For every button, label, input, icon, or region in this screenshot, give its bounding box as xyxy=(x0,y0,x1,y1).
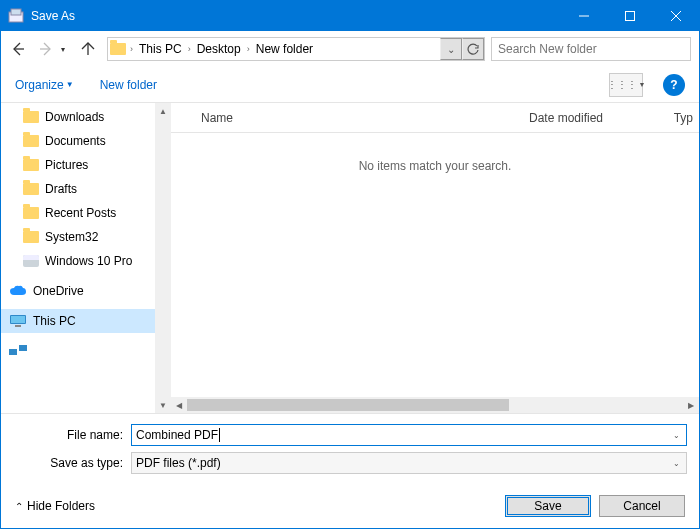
file-fields: File name: Combined PDF⌄ Save as type: P… xyxy=(1,414,699,484)
breadcrumb-new-folder[interactable]: New folder xyxy=(252,38,317,60)
filename-input[interactable]: Combined PDF⌄ xyxy=(131,424,687,446)
tree-item-network[interactable] xyxy=(1,339,171,363)
address-dropdown[interactable]: ⌄ xyxy=(440,38,462,60)
address-bar[interactable]: › This PC › Desktop › New folder ⌄ xyxy=(107,37,485,61)
network-icon xyxy=(9,345,27,357)
chevron-right-icon[interactable]: › xyxy=(245,44,252,54)
save-button[interactable]: Save xyxy=(505,495,591,517)
folder-icon xyxy=(23,207,39,219)
column-name[interactable]: Name xyxy=(201,111,529,125)
folder-icon xyxy=(108,43,128,55)
save-as-dialog: Save As ▾ › This PC › Desktop › New fold… xyxy=(0,0,700,529)
title-bar: Save As xyxy=(1,1,699,31)
maximize-button[interactable] xyxy=(607,1,653,31)
organize-menu[interactable]: Organize ▼ xyxy=(15,78,74,92)
chevron-right-icon[interactable]: › xyxy=(186,44,193,54)
breadcrumb-this-pc[interactable]: This PC xyxy=(135,38,186,60)
file-list-pane: Name Date modified Typ No items match yo… xyxy=(171,103,699,413)
tree-scrollbar[interactable]: ▲ ▼ xyxy=(155,103,171,413)
tree-item-windows10pro[interactable]: Windows 10 Pro xyxy=(1,249,171,273)
content-h-scrollbar[interactable]: ◀ ▶ xyxy=(171,397,699,413)
up-button[interactable] xyxy=(75,36,101,62)
filename-label: File name: xyxy=(13,428,131,442)
folder-icon xyxy=(23,111,39,123)
this-pc-icon xyxy=(9,314,27,328)
hide-folders-toggle[interactable]: ⌃ Hide Folders xyxy=(15,499,95,513)
folder-icon xyxy=(23,159,39,171)
help-button[interactable]: ? xyxy=(663,74,685,96)
svg-rect-12 xyxy=(9,349,17,355)
dialog-footer: ⌃ Hide Folders Save Cancel xyxy=(1,484,699,528)
tree-item-drafts[interactable]: Drafts xyxy=(1,177,171,201)
app-icon xyxy=(7,7,25,25)
folder-icon xyxy=(23,135,39,147)
tree-item-downloads[interactable]: Downloads⚲ xyxy=(1,105,171,129)
back-button[interactable] xyxy=(5,36,31,62)
new-folder-button[interactable]: New folder xyxy=(100,78,157,92)
scroll-left-icon[interactable]: ◀ xyxy=(171,397,187,413)
folder-icon xyxy=(23,231,39,243)
forward-button xyxy=(33,36,59,62)
title-text: Save As xyxy=(31,9,561,23)
minimize-button[interactable] xyxy=(561,1,607,31)
close-button[interactable] xyxy=(653,1,699,31)
chevron-down-icon[interactable]: ⌄ xyxy=(673,459,680,468)
search-placeholder: Search New folder xyxy=(498,42,597,56)
cancel-button[interactable]: Cancel xyxy=(599,495,685,517)
tree-item-recent-posts[interactable]: Recent Posts xyxy=(1,201,171,225)
column-headers: Name Date modified Typ xyxy=(171,103,699,133)
saveastype-label: Save as type: xyxy=(13,456,131,470)
breadcrumb-desktop[interactable]: Desktop xyxy=(193,38,245,60)
empty-message: No items match your search. xyxy=(171,133,699,173)
view-options-button[interactable]: ⋮⋮⋮ ▼ xyxy=(609,73,643,97)
cloud-icon xyxy=(9,285,27,297)
tree-item-pictures[interactable]: Pictures⚲ xyxy=(1,153,171,177)
svg-rect-11 xyxy=(15,325,21,327)
command-bar: Organize ▼ New folder ⋮⋮⋮ ▼ ? xyxy=(1,67,699,103)
scrollbar-thumb[interactable] xyxy=(187,399,509,411)
column-type[interactable]: Typ xyxy=(659,111,699,125)
column-date-modified[interactable]: Date modified xyxy=(529,111,659,125)
chevron-down-icon[interactable]: ⌄ xyxy=(673,431,680,440)
svg-rect-1 xyxy=(11,9,21,15)
dialog-body: Downloads⚲ Documents⚲ Pictures⚲ Drafts R… xyxy=(1,103,699,414)
nav-bar: ▾ › This PC › Desktop › New folder ⌄ Sea… xyxy=(1,31,699,67)
scroll-down-icon[interactable]: ▼ xyxy=(155,397,171,413)
svg-rect-3 xyxy=(626,12,635,21)
tree-item-system32[interactable]: System32 xyxy=(1,225,171,249)
history-dropdown[interactable]: ▾ xyxy=(61,45,73,54)
saveastype-select[interactable]: PDF files (*.pdf)⌄ xyxy=(131,452,687,474)
tree-item-documents[interactable]: Documents⚲ xyxy=(1,129,171,153)
search-input[interactable]: Search New folder xyxy=(491,37,691,61)
scroll-right-icon[interactable]: ▶ xyxy=(683,397,699,413)
disk-icon xyxy=(23,255,39,267)
chevron-up-icon: ⌃ xyxy=(15,501,23,512)
tree-item-this-pc[interactable]: This PC xyxy=(1,309,171,333)
text-cursor xyxy=(219,428,220,442)
svg-rect-13 xyxy=(19,345,27,351)
navigation-tree: Downloads⚲ Documents⚲ Pictures⚲ Drafts R… xyxy=(1,103,171,413)
svg-rect-10 xyxy=(11,316,25,323)
folder-icon xyxy=(23,183,39,195)
scroll-up-icon[interactable]: ▲ xyxy=(155,103,171,119)
chevron-right-icon[interactable]: › xyxy=(128,44,135,54)
chevron-down-icon: ▼ xyxy=(66,80,74,89)
refresh-button[interactable] xyxy=(462,38,484,60)
tree-item-onedrive[interactable]: OneDrive xyxy=(1,279,171,303)
